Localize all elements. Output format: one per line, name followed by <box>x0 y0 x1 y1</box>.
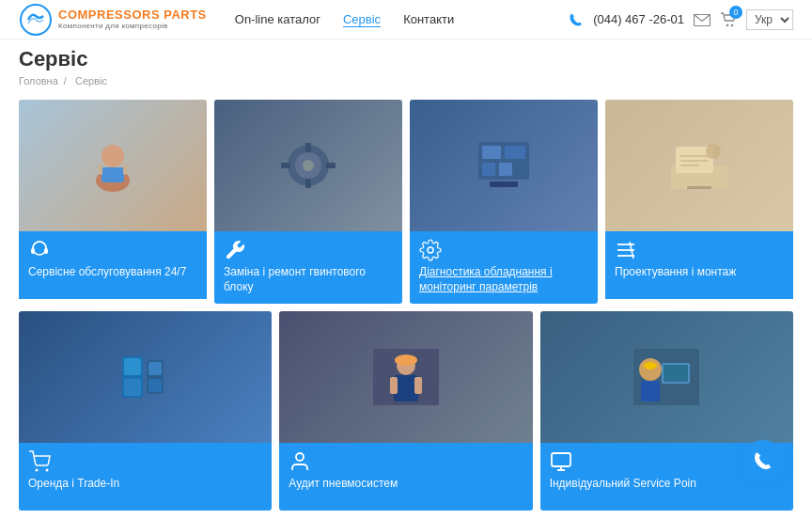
svg-rect-49 <box>390 377 398 394</box>
svg-rect-50 <box>414 377 422 394</box>
svg-rect-33 <box>687 186 711 189</box>
nav-service[interactable]: Сервіс <box>343 12 381 27</box>
card-label-rental: Оренда і Trade-In <box>28 477 262 492</box>
card-bottom-design: Проектування і монтаж <box>605 231 793 299</box>
logo-subtitle: Компоненти для компресорів <box>58 22 207 30</box>
fab-phone-icon <box>753 450 773 471</box>
cart2-icon <box>28 450 51 473</box>
card-label-diagnostics: Діагностика обладнання і моніторинг пара… <box>419 265 588 294</box>
settings-icon-wrap <box>419 239 588 261</box>
person-icon-wrap <box>289 450 523 473</box>
card-bottom-diagnostics: Діагностика обладнання і моніторинг пара… <box>410 231 598 304</box>
svg-point-58 <box>644 362 657 370</box>
svg-point-3 <box>731 24 734 26</box>
card-label-repair: Заміна і ремонт гвинтового блоку <box>224 265 393 294</box>
language-select[interactable]: Укр Рус EN <box>746 9 793 30</box>
service-card-individual[interactable]: Індивідуальний Service Poin <box>540 311 793 511</box>
card-bottom-audit: Аудит пневмосистем <box>279 443 532 511</box>
card-bottom-support: Сервісне обслуговування 24/7 <box>19 231 207 299</box>
svg-point-44 <box>36 469 39 472</box>
svg-point-4 <box>102 145 124 167</box>
svg-rect-17 <box>281 163 290 168</box>
svg-rect-59 <box>552 453 570 466</box>
nav-catalog[interactable]: On-line каталог <box>235 12 320 26</box>
service-card-design[interactable]: Проектування і монтаж <box>605 100 793 304</box>
cart2-icon-wrap <box>28 450 262 473</box>
card-photo-machine <box>113 349 179 405</box>
svg-rect-43 <box>148 379 162 392</box>
svg-rect-23 <box>499 163 512 176</box>
breadcrumb: Головна / Сервіс <box>19 75 793 86</box>
svg-point-51 <box>395 354 417 366</box>
svg-point-2 <box>726 24 729 26</box>
breadcrumb-home-link[interactable]: Головна <box>19 75 58 86</box>
card-label-support: Сервісне обслуговування 24/7 <box>28 265 197 280</box>
wrench-icon-wrap <box>224 239 393 261</box>
card-photo-person <box>85 137 141 194</box>
page-title: Сервіс <box>19 47 793 71</box>
svg-point-45 <box>46 469 49 472</box>
headset-icon-wrap <box>28 239 197 261</box>
logo-icon <box>19 3 53 37</box>
svg-rect-6 <box>102 167 124 182</box>
breadcrumb-area: Сервіс Головна / Сервіс <box>0 39 812 90</box>
svg-rect-40 <box>124 379 141 396</box>
card-label-audit: Аудит пневмосистем <box>289 477 523 492</box>
svg-rect-20 <box>482 146 501 159</box>
svg-rect-24 <box>516 163 525 176</box>
card-label-individual: Індивідуальний Service Poin <box>550 477 784 492</box>
card-bottom-rental: Оренда і Trade-In <box>19 443 272 511</box>
service-grid-row1: Сервісне обслуговування 24/7 <box>19 100 793 304</box>
phone-icon <box>569 12 584 27</box>
svg-rect-22 <box>482 163 495 176</box>
cart-badge: 0 <box>729 6 742 19</box>
monitor-icon <box>550 450 572 473</box>
svg-rect-10 <box>31 248 35 254</box>
breadcrumb-separator: / <box>64 75 67 86</box>
breadcrumb-current: Сервіс <box>75 75 107 86</box>
site-header: COMPRESSORS PARTS Компоненти для компрес… <box>0 0 812 39</box>
nav-contacts[interactable]: Контакти <box>403 12 454 26</box>
svg-point-14 <box>303 160 314 171</box>
svg-rect-21 <box>505 146 525 159</box>
card-photo-tech <box>633 349 699 405</box>
svg-point-32 <box>706 144 721 159</box>
headset-icon <box>28 239 51 261</box>
logo-link[interactable]: COMPRESSORS PARTS Компоненти для компрес… <box>19 3 207 37</box>
header-phone: (044) 467 -26-01 <box>593 12 684 26</box>
svg-rect-57 <box>641 381 660 401</box>
svg-rect-25 <box>490 181 518 187</box>
svg-rect-55 <box>664 365 688 382</box>
header-right: (044) 467 -26-01 0 Укр Рус EN <box>569 9 793 30</box>
cart-icon-wrap[interactable]: 0 <box>720 11 737 27</box>
svg-rect-18 <box>326 163 336 168</box>
svg-rect-11 <box>44 248 48 254</box>
card-photo-worker <box>373 349 439 405</box>
main-content: Сервісне обслуговування 24/7 <box>0 90 812 519</box>
service-grid-row2: Оренда і Trade-In <box>19 311 793 511</box>
svg-rect-42 <box>148 362 162 375</box>
service-card-diagnostics[interactable]: Діагностика обладнання і моніторинг пара… <box>410 100 598 304</box>
tools-icon <box>615 239 637 261</box>
card-photo-panel <box>471 137 537 194</box>
diagnostics-link[interactable]: Діагностика обладнання і моніторинг пара… <box>419 265 553 293</box>
tools-icon-wrap <box>615 239 784 261</box>
person-icon <box>289 450 311 473</box>
service-card-repair[interactable]: Заміна і ремонт гвинтового блоку <box>214 100 402 304</box>
svg-rect-39 <box>124 358 141 375</box>
email-icon[interactable] <box>694 12 710 26</box>
service-card-rental[interactable]: Оренда і Trade-In <box>19 311 272 511</box>
settings-icon <box>419 239 442 261</box>
svg-rect-15 <box>305 143 311 152</box>
svg-rect-16 <box>305 179 311 188</box>
logo-title: COMPRESSORS PARTS <box>58 8 207 22</box>
svg-rect-8 <box>123 164 127 175</box>
card-bottom-repair: Заміна і ремонт гвинтового блоку <box>214 231 402 304</box>
service-card-support[interactable]: Сервісне обслуговування 24/7 <box>19 100 207 304</box>
card-label-design: Проектування і монтаж <box>615 265 784 280</box>
wrench-icon <box>224 239 246 261</box>
fab-phone-button[interactable] <box>742 440 784 481</box>
main-nav: On-line каталог Сервіс Контакти <box>235 12 569 27</box>
svg-point-52 <box>296 453 304 461</box>
service-card-audit[interactable]: Аудит пневмосистем <box>279 311 532 511</box>
